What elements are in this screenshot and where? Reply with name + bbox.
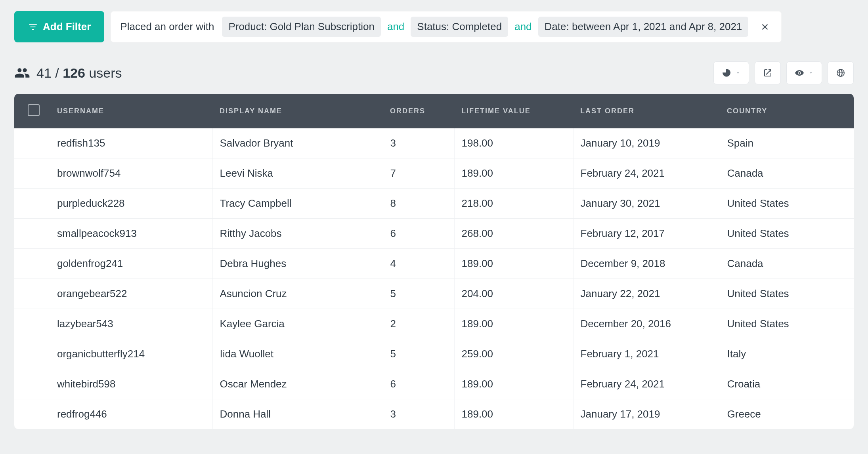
- row-select-cell: [14, 279, 50, 309]
- filter-icon: [28, 22, 38, 32]
- cell-username[interactable]: redfish135: [50, 128, 212, 158]
- eye-icon: [795, 68, 804, 78]
- username-text: organicbutterfly214: [57, 348, 145, 360]
- cell-last-order: December 9, 2018: [573, 249, 720, 279]
- cell-lifetime-value: 189.00: [454, 399, 573, 429]
- table-row[interactable]: lazybear543Kaylee Garcia2189.00December …: [14, 309, 854, 339]
- cell-display-name: Ritthy Jacobs: [212, 219, 383, 249]
- chart-menu-button[interactable]: [713, 61, 749, 84]
- filter-bar: Add Filter Placed an order with Product:…: [14, 11, 854, 42]
- row-select-cell: [14, 158, 50, 189]
- table-header-row: USERNAME DISPLAY NAME ORDERS LIFETIME VA…: [14, 94, 854, 128]
- username-text: goldenfrog241: [57, 258, 123, 270]
- cell-username[interactable]: redfrog446: [50, 399, 212, 429]
- cell-country: Greece: [720, 399, 854, 429]
- cell-country: Canada: [720, 249, 854, 279]
- filter-chip-status[interactable]: Status: Completed: [411, 17, 508, 37]
- header-country[interactable]: COUNTRY: [720, 94, 854, 128]
- table-row[interactable]: purpleduck228Tracy Campbell8218.00Januar…: [14, 189, 854, 219]
- select-all-checkbox[interactable]: [28, 104, 40, 116]
- globe-icon: [836, 68, 845, 78]
- table-row[interactable]: goldenfrog241Debra Hughes4189.00December…: [14, 249, 854, 279]
- cell-lifetime-value: 198.00: [454, 128, 573, 158]
- cell-country: Canada: [720, 158, 854, 189]
- cell-display-name: Debra Hughes: [212, 249, 383, 279]
- result-count: 41 / 126 users: [14, 65, 122, 81]
- cell-display-name: Asuncion Cruz: [212, 279, 383, 309]
- header-orders[interactable]: ORDERS: [383, 94, 454, 128]
- pie-chart-icon: [722, 68, 731, 78]
- row-select-cell: [14, 369, 50, 399]
- cell-last-order: February 24, 2021: [573, 158, 720, 189]
- table-row[interactable]: whitebird598Oscar Mendez6189.00February …: [14, 369, 854, 399]
- cell-username[interactable]: brownwolf754: [50, 158, 212, 189]
- cell-lifetime-value: 268.00: [454, 219, 573, 249]
- cell-lifetime-value: 259.00: [454, 339, 573, 369]
- username-text: redfrog446: [57, 408, 107, 420]
- cell-country: Italy: [720, 339, 854, 369]
- filter-prefix: Placed an order with: [119, 17, 216, 36]
- cell-display-name: Kaylee Garcia: [212, 309, 383, 339]
- add-filter-button[interactable]: Add Filter: [14, 11, 104, 42]
- cell-display-name: Donna Hall: [212, 399, 383, 429]
- cell-last-order: February 12, 2017: [573, 219, 720, 249]
- table-row[interactable]: organicbutterfly214Iida Wuollet5259.00Fe…: [14, 339, 854, 369]
- clear-filter-button[interactable]: [757, 19, 773, 35]
- cell-orders: 2: [383, 309, 454, 339]
- cell-orders: 3: [383, 128, 454, 158]
- cell-country: Spain: [720, 128, 854, 158]
- header-username[interactable]: USERNAME: [50, 94, 212, 128]
- filter-chip-date[interactable]: Date: between Apr 1, 2021 and Apr 8, 202…: [538, 17, 749, 37]
- username-text: orangebear522: [57, 288, 127, 300]
- table-row[interactable]: redfish135Salvador Bryant3198.00January …: [14, 128, 854, 158]
- filter-chip-product[interactable]: Product: Gold Plan Subscription: [222, 17, 381, 37]
- cell-country: United States: [720, 219, 854, 249]
- users-table: USERNAME DISPLAY NAME ORDERS LIFETIME VA…: [14, 94, 854, 429]
- table-row[interactable]: smallpeacock913Ritthy Jacobs6268.00Febru…: [14, 219, 854, 249]
- cell-orders: 4: [383, 249, 454, 279]
- cell-orders: 6: [383, 219, 454, 249]
- cell-username[interactable]: smallpeacock913: [50, 219, 212, 249]
- toolbar: [713, 61, 854, 84]
- cell-last-order: February 1, 2021: [573, 339, 720, 369]
- header-last-order[interactable]: LAST ORDER: [573, 94, 720, 128]
- row-select-cell: [14, 249, 50, 279]
- row-select-cell: [14, 339, 50, 369]
- table-row[interactable]: redfrog446Donna Hall3189.00January 17, 2…: [14, 399, 854, 429]
- username-text: brownwolf754: [57, 167, 120, 179]
- cell-display-name: Iida Wuollet: [212, 339, 383, 369]
- cell-orders: 5: [383, 339, 454, 369]
- add-filter-label: Add Filter: [43, 21, 91, 33]
- visibility-menu-button[interactable]: [786, 61, 822, 84]
- filter-joiner: and: [514, 21, 532, 33]
- count-text: 41 / 126 users: [36, 65, 122, 81]
- row-select-cell: [14, 309, 50, 339]
- cell-last-order: February 24, 2021: [573, 369, 720, 399]
- cell-last-order: January 17, 2019: [573, 399, 720, 429]
- cell-lifetime-value: 204.00: [454, 279, 573, 309]
- row-select-cell: [14, 219, 50, 249]
- username-text: purpleduck228: [57, 197, 125, 210]
- cell-username[interactable]: orangebear522: [50, 279, 212, 309]
- cell-username[interactable]: whitebird598: [50, 369, 212, 399]
- cell-username[interactable]: lazybear543: [50, 309, 212, 339]
- export-button[interactable]: [755, 61, 781, 84]
- people-icon: [14, 65, 30, 81]
- cell-lifetime-value: 189.00: [454, 369, 573, 399]
- cell-lifetime-value: 218.00: [454, 189, 573, 219]
- close-icon: [761, 23, 769, 31]
- table-row[interactable]: orangebear522Asuncion Cruz5204.00January…: [14, 279, 854, 309]
- cell-last-order: January 22, 2021: [573, 279, 720, 309]
- cell-lifetime-value: 189.00: [454, 249, 573, 279]
- cell-country: Croatia: [720, 369, 854, 399]
- table-row[interactable]: brownwolf754Leevi Niska7189.00February 2…: [14, 158, 854, 189]
- chevron-down-icon: [808, 70, 814, 76]
- chevron-down-icon: [735, 70, 741, 76]
- cell-country: United States: [720, 189, 854, 219]
- cell-username[interactable]: organicbutterfly214: [50, 339, 212, 369]
- cell-username[interactable]: goldenfrog241: [50, 249, 212, 279]
- cell-username[interactable]: purpleduck228: [50, 189, 212, 219]
- header-lifetime-value[interactable]: LIFETIME VALUE: [454, 94, 573, 128]
- globe-button[interactable]: [828, 61, 854, 84]
- header-display-name[interactable]: DISPLAY NAME: [212, 94, 383, 128]
